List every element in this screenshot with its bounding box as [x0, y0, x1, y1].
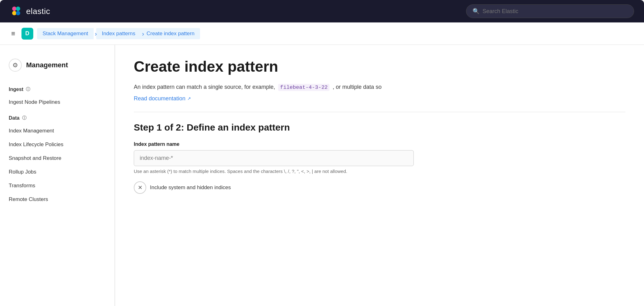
- user-avatar-badge[interactable]: D: [21, 28, 33, 40]
- svg-point-3: [16, 11, 20, 15]
- system-indices-toggle[interactable]: ✕: [134, 181, 146, 194]
- section-divider: [134, 112, 625, 112]
- svg-point-1: [16, 7, 20, 11]
- hamburger-menu-button[interactable]: ≡: [9, 27, 18, 40]
- sidebar-title: Management: [26, 61, 68, 69]
- sidebar-item-snapshot-restore[interactable]: Snapshot and Restore: [0, 151, 114, 165]
- breadcrumb-bar: ≡ D Stack Management Index patterns Crea…: [0, 22, 644, 45]
- read-documentation-link[interactable]: Read documentation ↗: [134, 95, 191, 102]
- main-layout: ⚙ Management Ingest ⓘ Ingest Node Pipeli…: [0, 45, 644, 306]
- search-input[interactable]: [483, 8, 628, 15]
- sidebar-section-data: Data ⓘ: [0, 109, 114, 124]
- breadcrumb-stack-management[interactable]: Stack Management: [37, 28, 94, 39]
- page-title: Create index pattern: [134, 59, 625, 75]
- svg-point-2: [12, 11, 16, 15]
- svg-point-0: [12, 7, 16, 11]
- management-gear-icon: ⚙: [9, 59, 22, 72]
- search-bar[interactable]: 🔍: [466, 4, 634, 18]
- ingest-info-icon[interactable]: ⓘ: [26, 87, 30, 92]
- system-indices-toggle-label: Include system and hidden indices: [150, 184, 231, 191]
- sidebar-item-ingest-node-pipelines[interactable]: Ingest Node Pipelines: [0, 95, 114, 109]
- system-indices-toggle-row: ✕ Include system and hidden indices: [134, 181, 625, 194]
- form-hint-text: Use an asterisk (*) to match multiple in…: [134, 169, 625, 174]
- description-text: An index pattern can match a single sour…: [134, 83, 625, 92]
- sidebar: ⚙ Management Ingest ⓘ Ingest Node Pipeli…: [0, 45, 115, 306]
- sidebar-item-index-management[interactable]: Index Management: [0, 124, 114, 138]
- external-link-icon: ↗: [187, 96, 191, 101]
- breadcrumb-create-index-pattern[interactable]: Create index pattern: [141, 28, 200, 39]
- breadcrumb-index-patterns[interactable]: Index patterns: [96, 28, 141, 39]
- breadcrumb-nav: Stack Management Index patterns Create i…: [37, 28, 200, 39]
- sidebar-header: ⚙ Management: [0, 54, 114, 80]
- sidebar-item-rollup-jobs[interactable]: Rollup Jobs: [0, 165, 114, 179]
- sidebar-section-ingest: Ingest ⓘ: [0, 80, 114, 95]
- sidebar-item-remote-clusters[interactable]: Remote Clusters: [0, 193, 114, 206]
- data-info-icon[interactable]: ⓘ: [22, 115, 26, 121]
- step-title: Step 1 of 2: Define an index pattern: [134, 122, 625, 133]
- sidebar-item-index-lifecycle-policies[interactable]: Index Lifecycle Policies: [0, 138, 114, 151]
- search-icon: 🔍: [473, 8, 479, 15]
- index-pattern-name-label: Index pattern name: [134, 141, 625, 147]
- code-example: filebeat-4-3-22: [278, 84, 329, 91]
- logo-area: elastic: [10, 5, 50, 17]
- logo-text: elastic: [26, 7, 50, 16]
- index-pattern-name-input[interactable]: [134, 150, 414, 166]
- content-area: Create index pattern An index pattern ca…: [115, 45, 644, 306]
- top-bar: elastic 🔍: [0, 0, 644, 22]
- sidebar-item-transforms[interactable]: Transforms: [0, 179, 114, 193]
- elastic-logo-icon: [10, 5, 22, 17]
